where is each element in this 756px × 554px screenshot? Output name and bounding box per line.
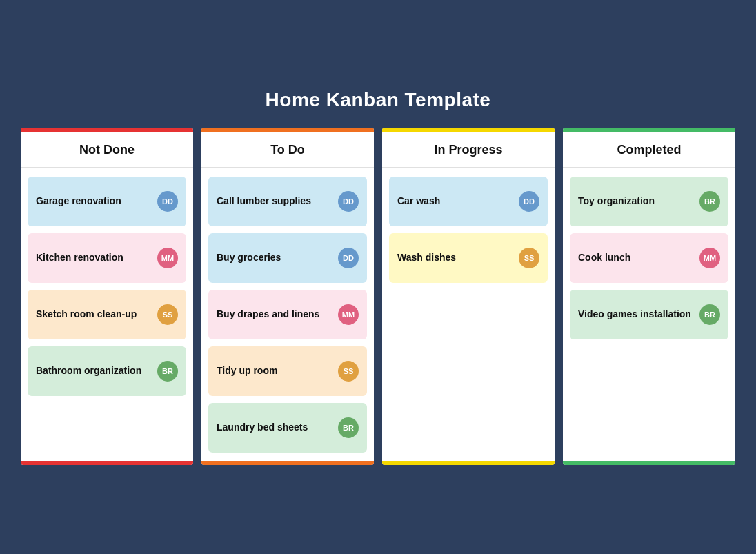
- card[interactable]: Car washDD: [389, 177, 548, 226]
- card[interactable]: Bathroom organizationBR: [28, 346, 186, 396]
- card-text: Garage renovation: [36, 195, 152, 208]
- card[interactable]: Cook lunchMM: [570, 233, 728, 283]
- card-avatar: BR: [699, 191, 720, 212]
- column-completed: CompletedToy organizationBRCook lunchMMV…: [563, 128, 735, 465]
- card-avatar: BR: [699, 304, 720, 325]
- card-avatar: MM: [699, 248, 720, 268]
- card-avatar: DD: [519, 191, 539, 212]
- card[interactable]: Laundry bed sheetsBR: [208, 403, 367, 453]
- card-avatar: MM: [338, 304, 359, 325]
- column-body-inprogress: Car washDDWash dishesSS: [382, 168, 555, 461]
- board-container: Home Kanban Template Not DoneGarage reno…: [14, 75, 742, 479]
- card-avatar: DD: [338, 248, 359, 268]
- card-text: Car wash: [397, 195, 513, 208]
- card-text: Toy organization: [578, 195, 694, 208]
- column-body-todo: Call lumber suppliesDDBuy groceriesDDBuy…: [201, 168, 374, 461]
- card-text: Laundry bed sheets: [217, 421, 332, 435]
- card[interactable]: Wash dishesSS: [389, 233, 548, 283]
- card-text: Sketch room clean-up: [36, 308, 152, 321]
- card-avatar: SS: [338, 361, 359, 382]
- card[interactable]: Garage renovationDD: [28, 177, 186, 226]
- card-text: Video games installation: [578, 308, 694, 321]
- kanban-board: Not DoneGarage renovationDDKitchen renov…: [21, 128, 735, 465]
- card[interactable]: Toy organizationBR: [570, 177, 728, 226]
- card-text: Wash dishes: [397, 251, 513, 265]
- card-text: Kitchen renovation: [36, 251, 152, 265]
- column-notdone: Not DoneGarage renovationDDKitchen renov…: [21, 128, 193, 465]
- card[interactable]: Sketch room clean-upSS: [28, 290, 186, 339]
- card-avatar: DD: [157, 191, 178, 212]
- card-text: Buy groceries: [217, 251, 332, 265]
- card[interactable]: Buy drapes and linensMM: [208, 290, 367, 339]
- column-body-completed: Toy organizationBRCook lunchMMVideo game…: [563, 168, 735, 461]
- card-text: Buy drapes and linens: [217, 308, 332, 321]
- column-header-completed: Completed: [563, 132, 735, 168]
- card-avatar: SS: [157, 304, 178, 325]
- card[interactable]: Kitchen renovationMM: [28, 233, 186, 283]
- column-bottom-bar: [21, 461, 193, 465]
- card-avatar: SS: [519, 248, 539, 268]
- card[interactable]: Video games installationBR: [570, 290, 728, 339]
- column-bottom-bar: [201, 461, 374, 465]
- card[interactable]: Call lumber suppliesDD: [208, 177, 367, 226]
- card-text: Cook lunch: [578, 251, 694, 265]
- column-body-notdone: Garage renovationDDKitchen renovationMMS…: [21, 168, 193, 461]
- board-title: Home Kanban Template: [21, 89, 735, 111]
- card-avatar: DD: [338, 191, 359, 212]
- card-avatar: MM: [157, 248, 178, 268]
- card[interactable]: Tidy up roomSS: [208, 346, 367, 396]
- column-header-inprogress: In Progress: [382, 132, 555, 168]
- card[interactable]: Buy groceriesDD: [208, 233, 367, 283]
- card-text: Call lumber supplies: [217, 195, 332, 208]
- card-avatar: BR: [157, 361, 178, 382]
- column-header-notdone: Not Done: [21, 132, 193, 168]
- column-todo: To DoCall lumber suppliesDDBuy groceries…: [201, 128, 374, 465]
- card-avatar: BR: [338, 417, 359, 438]
- card-text: Bathroom organization: [36, 364, 152, 378]
- column-bottom-bar: [563, 461, 735, 465]
- column-bottom-bar: [382, 461, 555, 465]
- column-inprogress: In ProgressCar washDDWash dishesSS: [382, 128, 555, 465]
- column-header-todo: To Do: [201, 132, 374, 168]
- card-text: Tidy up room: [217, 364, 332, 378]
